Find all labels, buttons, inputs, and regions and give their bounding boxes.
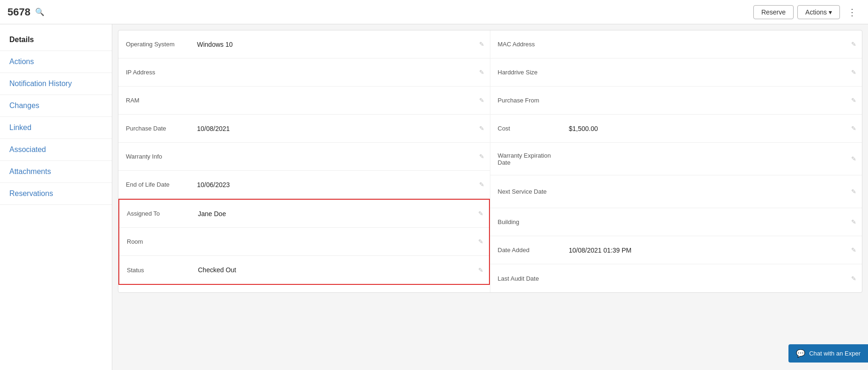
field-row-last-audit-date: Last Audit Date ✎ [490, 264, 862, 292]
edit-icon-status[interactable]: ✎ [473, 263, 489, 277]
sidebar-item-reservations[interactable]: Reservations [0, 183, 112, 205]
field-value-ram [193, 95, 474, 106]
sidebar-item-associated[interactable]: Associated [0, 139, 112, 161]
field-value-harddrive-size [565, 67, 846, 78]
field-value-next-service-date [565, 186, 846, 197]
edit-icon-purchase-date[interactable]: ✎ [474, 121, 490, 136]
field-label-ip-address: IP Address [118, 63, 193, 81]
chevron-down-icon: ▾ [829, 8, 832, 16]
field-row-assigned-to: Assigned To Jane Doe ✎ [119, 200, 489, 228]
reserve-button[interactable]: Reserve [753, 5, 794, 19]
field-value-cost: $1,500.00 [565, 119, 846, 138]
field-label-status: Status [119, 261, 194, 279]
field-row-building: Building ✎ [490, 208, 862, 236]
content-area: Operating System Windows 10 ✎ IP Address… [112, 24, 868, 370]
field-row-date-added: Date Added 10/08/2021 01:39 PM ✎ [490, 236, 862, 264]
top-header: 5678 🔍 Reserve Actions ▾ ⋮ [0, 0, 868, 24]
field-label-cost: Cost [490, 119, 565, 138]
edit-icon-building[interactable]: ✎ [846, 215, 862, 229]
field-value-room [194, 236, 473, 247]
field-label-date-added: Date Added [490, 241, 565, 259]
field-row-end-of-life-date: End of Life Date 10/06/2023 ✎ [118, 171, 490, 199]
field-value-mac-address [565, 39, 846, 50]
right-column: MAC Address ✎ Harddrive Size ✎ Purchase … [490, 30, 862, 292]
field-row-harddrive-size: Harddrive Size ✎ [490, 58, 862, 87]
sidebar-item-changes[interactable]: Changes [0, 95, 112, 117]
field-row-ip-address: IP Address ✎ [118, 58, 490, 87]
field-row-warranty-info: Warranty Info ✎ [118, 143, 490, 171]
field-value-purchase-from [565, 95, 846, 106]
edit-icon-cost[interactable]: ✎ [846, 121, 862, 136]
header-right: Reserve Actions ▾ ⋮ [753, 4, 861, 21]
field-value-warranty-info [193, 151, 474, 162]
edit-icon-warranty-expiration-date[interactable]: ✎ [846, 152, 862, 166]
field-label-last-audit-date: Last Audit Date [490, 269, 565, 288]
field-label-warranty-expiration-date: Warranty Expiration Date [490, 146, 565, 172]
field-row-purchase-date: Purchase Date 10/08/2021 ✎ [118, 115, 490, 143]
field-value-operating-system: Windows 10 [193, 35, 474, 54]
sidebar-item-notification-history[interactable]: Notification History [0, 73, 112, 95]
more-options-button[interactable]: ⋮ [844, 4, 861, 21]
edit-icon-end-of-life-date[interactable]: ✎ [474, 177, 490, 192]
detail-grid: Operating System Windows 10 ✎ IP Address… [118, 30, 862, 292]
edit-icon-next-service-date[interactable]: ✎ [846, 184, 862, 199]
sidebar-item-details[interactable]: Details [0, 29, 112, 51]
field-row-warranty-expiration-date: Warranty Expiration Date ✎ [490, 143, 862, 175]
detail-card: Operating System Windows 10 ✎ IP Address… [118, 30, 862, 293]
field-row-cost: Cost $1,500.00 ✎ [490, 115, 862, 143]
edit-icon-date-added[interactable]: ✎ [846, 243, 862, 257]
field-row-operating-system: Operating System Windows 10 ✎ [118, 30, 490, 58]
edit-icon-ram[interactable]: ✎ [474, 93, 490, 108]
field-label-harddrive-size: Harddrive Size [490, 63, 565, 81]
edit-icon-operating-system[interactable]: ✎ [474, 37, 490, 51]
edit-icon-warranty-info[interactable]: ✎ [474, 149, 490, 164]
field-value-end-of-life-date: 10/06/2023 [193, 175, 474, 194]
field-value-date-added: 10/08/2021 01:39 PM [565, 241, 846, 260]
field-label-operating-system: Operating System [118, 35, 193, 53]
asset-id: 5678 [7, 6, 30, 18]
field-value-assigned-to: Jane Doe [194, 204, 473, 223]
field-row-purchase-from: Purchase From ✎ [490, 87, 862, 115]
field-label-ram: RAM [118, 91, 193, 109]
search-icon[interactable]: 🔍 [35, 7, 44, 16]
field-row-next-service-date: Next Service Date ✎ [490, 175, 862, 208]
edit-icon-harddrive-size[interactable]: ✎ [846, 65, 862, 80]
sidebar-item-linked[interactable]: Linked [0, 117, 112, 139]
field-row-room: Room ✎ [119, 228, 489, 256]
field-row-mac-address: MAC Address ✎ [490, 30, 862, 58]
field-value-building [565, 217, 846, 228]
edit-icon-ip-address[interactable]: ✎ [474, 65, 490, 80]
field-row-status: Status Checked Out ✎ [119, 256, 489, 284]
field-value-ip-address [193, 67, 474, 78]
edit-icon-assigned-to[interactable]: ✎ [473, 206, 489, 221]
main-layout: DetailsActionsNotification HistoryChange… [0, 24, 868, 370]
field-label-purchase-from: Purchase From [490, 91, 565, 109]
field-value-last-audit-date [565, 273, 846, 284]
chat-widget[interactable]: 💬 Chat with an Exper [788, 344, 868, 363]
field-value-status: Checked Out [194, 261, 473, 279]
field-label-warranty-info: Warranty Info [118, 147, 193, 166]
chat-icon: 💬 [796, 349, 805, 358]
field-value-warranty-expiration-date [565, 153, 846, 165]
sidebar-item-actions[interactable]: Actions [0, 51, 112, 73]
field-row-ram: RAM ✎ [118, 87, 490, 115]
edit-icon-room[interactable]: ✎ [473, 234, 489, 249]
sidebar-item-attachments[interactable]: Attachments [0, 161, 112, 183]
field-label-room: Room [119, 232, 194, 251]
field-label-end-of-life-date: End of Life Date [118, 175, 193, 194]
edit-icon-last-audit-date[interactable]: ✎ [846, 271, 862, 286]
field-label-building: Building [490, 213, 565, 231]
sidebar: DetailsActionsNotification HistoryChange… [0, 24, 112, 370]
left-column: Operating System Windows 10 ✎ IP Address… [118, 30, 490, 292]
chat-label: Chat with an Exper [809, 350, 861, 357]
edit-icon-purchase-from[interactable]: ✎ [846, 93, 862, 108]
actions-label: Actions [805, 8, 827, 16]
field-label-mac-address: MAC Address [490, 35, 565, 53]
highlighted-section: Assigned To Jane Doe ✎ Room ✎ Status Che… [118, 199, 490, 285]
field-label-assigned-to: Assigned To [119, 204, 194, 223]
header-left: 5678 🔍 [7, 6, 44, 18]
field-label-purchase-date: Purchase Date [118, 119, 193, 138]
field-value-purchase-date: 10/08/2021 [193, 119, 474, 138]
actions-button[interactable]: Actions ▾ [797, 5, 840, 19]
edit-icon-mac-address[interactable]: ✎ [846, 37, 862, 51]
